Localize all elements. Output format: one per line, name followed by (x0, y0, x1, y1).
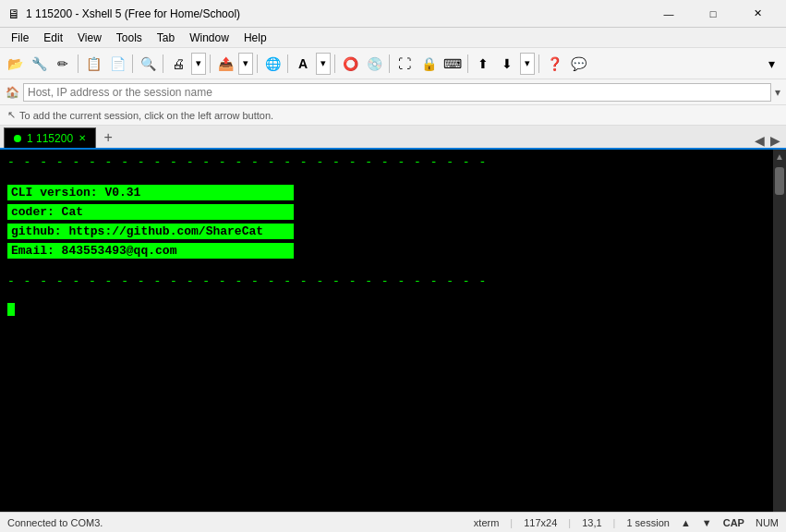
tab-prev-button[interactable]: ◀ (753, 133, 767, 148)
keyboard-button[interactable]: ⌨ (441, 53, 464, 75)
status-right: xterm | 117x24 | 13,1 | 1 session ▲ ▼ CA… (474, 517, 779, 528)
compose-button[interactable]: ✏ (52, 53, 74, 75)
session-count: 1 session (626, 517, 669, 528)
xftp-button[interactable]: 💿 (363, 53, 385, 75)
menu-tools[interactable]: Tools (109, 28, 150, 48)
app-icon: 🖥 (7, 6, 20, 21)
toolbar-separator-1 (78, 54, 79, 73)
tab-navigation: ◀ ▶ (753, 133, 786, 148)
terminal[interactable]: - - - - - - - - - - - - - - - - - - - - … (0, 150, 773, 512)
toolbar-separator-9 (467, 54, 468, 73)
toolbar-separator-10 (538, 54, 539, 73)
session-button[interactable]: 🌐 (261, 53, 284, 75)
coder-row: coder: Cat (7, 204, 294, 220)
copy-button[interactable]: 📋 (82, 53, 104, 75)
fullscreen-button[interactable]: ⛶ (393, 53, 416, 75)
toolbar-separator-5 (257, 54, 258, 73)
send-button[interactable]: 📤 (214, 53, 236, 75)
info-icon: ↖ (7, 109, 16, 121)
terminal-type: xterm (474, 517, 500, 528)
upload-button[interactable]: ⬆ (472, 53, 494, 75)
help-button[interactable]: ❓ (543, 53, 565, 75)
tab-dot (14, 135, 21, 142)
toolbar: 📂 🔧 ✏ 📋 📄 🔍 🖨 ▾ 📤 ▾ 🌐 A ▾ ⭕ 💿 ⛶ 🔒 ⌨ ⬆ ⬇ … (0, 48, 786, 79)
connection-status: Connected to COM3. (7, 517, 463, 528)
menubar: File Edit View Tools Tab Window Help (0, 28, 786, 48)
send-dropdown[interactable]: ▾ (238, 53, 253, 75)
more-button[interactable]: ▾ (760, 53, 782, 75)
menu-help[interactable]: Help (236, 28, 274, 48)
address-input[interactable] (23, 83, 771, 102)
transfer-dropdown[interactable]: ▾ (520, 53, 535, 75)
addressbar: 🏠 ▾ (0, 79, 786, 105)
status-separator-2: | (568, 517, 571, 528)
menu-window[interactable]: Window (182, 28, 236, 48)
terminal-cursor (7, 303, 15, 316)
toolbar-separator-3 (163, 54, 163, 73)
open-button[interactable]: 📂 (4, 53, 26, 75)
menu-view[interactable]: View (70, 28, 109, 48)
download-button[interactable]: ⬇ (496, 53, 518, 75)
menu-edit[interactable]: Edit (36, 28, 70, 48)
titlebar: 🖥 1 115200 - Xshell 5 (Free for Home/Sch… (0, 0, 786, 28)
window-title: 1 115200 - Xshell 5 (Free for Home/Schoo… (26, 7, 647, 20)
toolbar-separator-8 (389, 54, 390, 73)
properties-button[interactable]: 🔧 (28, 53, 50, 75)
window-controls: — □ ✕ (647, 0, 779, 28)
font-dropdown[interactable]: ▾ (316, 53, 331, 75)
scroll-up-button[interactable]: ▲ (773, 150, 786, 163)
toolbar-separator-6 (287, 54, 288, 73)
new-tab-button[interactable]: + (98, 127, 118, 148)
terminal-container: - - - - - - - - - - - - - - - - - - - - … (0, 150, 786, 512)
statusbar: Connected to COM3. xterm | 117x24 | 13,1… (0, 512, 786, 532)
toolbar-separator-7 (334, 54, 335, 73)
email-row: Email: 843553493@qq.com (7, 243, 294, 259)
print-dropdown[interactable]: ▾ (191, 53, 206, 75)
tab-next-button[interactable]: ▶ (768, 133, 782, 148)
print-button[interactable]: 🖨 (167, 53, 189, 75)
scroll-thumb[interactable] (775, 167, 784, 195)
scroll-down-arrow[interactable]: ▼ (702, 517, 712, 528)
cursor-position: 13,1 (582, 517, 601, 528)
tab-115200[interactable]: 1 115200 ✕ (4, 127, 96, 148)
terminal-size: 117x24 (524, 517, 557, 528)
font-button[interactable]: A (292, 53, 314, 75)
github-row: github: https://github.com/ShareCat (7, 224, 294, 239)
cli-version-row: CLI version: V0.31 (7, 185, 294, 200)
find-button[interactable]: 🔍 (137, 53, 159, 75)
dashes-bottom: - - - - - - - - - - - - - - - - - - - - … (7, 274, 766, 288)
status-separator-1: | (510, 517, 513, 528)
infobar-text: To add the current session, click on the… (19, 110, 273, 121)
tab-close-button[interactable]: ✕ (79, 133, 86, 143)
scroll-up-arrow[interactable]: ▲ (681, 517, 691, 528)
cap-indicator: CAP (723, 517, 744, 528)
menu-file[interactable]: File (4, 28, 36, 48)
scrollbar[interactable]: ▲ (773, 150, 786, 512)
dashes-top: - - - - - - - - - - - - - - - - - - - - … (7, 155, 766, 169)
status-separator-3: | (613, 517, 616, 528)
address-dropdown-arrow[interactable]: ▾ (775, 86, 780, 99)
sftp-button[interactable]: ⭕ (339, 53, 361, 75)
minimize-button[interactable]: — (647, 0, 690, 28)
tab-label: 1 115200 (27, 132, 73, 145)
toolbar-separator-4 (210, 54, 211, 73)
lock-button[interactable]: 🔒 (417, 53, 440, 75)
paste-button[interactable]: 📄 (106, 53, 128, 75)
num-indicator: NUM (756, 517, 779, 528)
infobar: ↖ To add the current session, click on t… (0, 105, 786, 126)
maximize-button[interactable]: □ (692, 0, 734, 28)
tabbar: 1 115200 ✕ + ◀ ▶ (0, 126, 786, 150)
toolbar-separator-2 (132, 54, 133, 73)
menu-tab[interactable]: Tab (150, 28, 182, 48)
chat-button[interactable]: 💬 (567, 53, 589, 75)
address-icon: 🏠 (6, 86, 19, 99)
close-button[interactable]: ✕ (736, 0, 779, 28)
